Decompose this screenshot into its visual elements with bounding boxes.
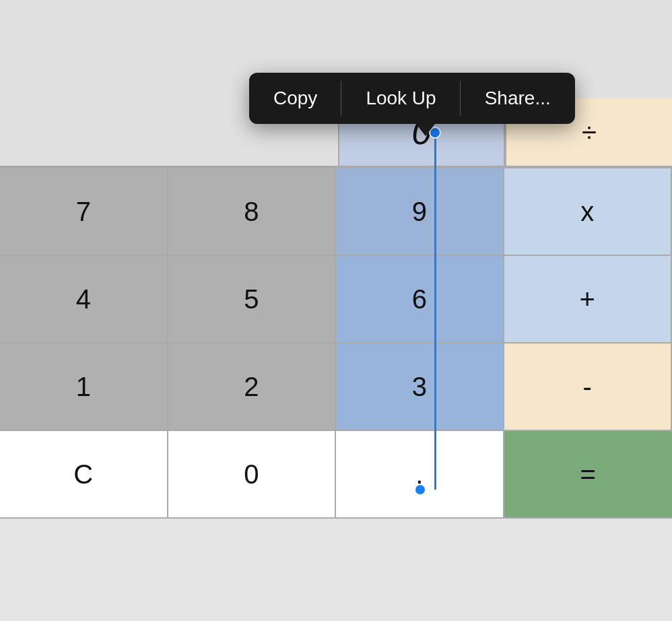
context-menu-arrow [416, 124, 435, 136]
key-3[interactable]: 3 [336, 344, 504, 431]
key-4[interactable]: 4 [0, 256, 168, 344]
key-8[interactable]: 8 [168, 168, 337, 256]
key-0[interactable]: 0 [168, 431, 337, 519]
look-up-menu-item[interactable]: Look Up [341, 73, 460, 124]
key-decimal[interactable]: . [336, 431, 504, 519]
key-5[interactable]: 5 [168, 256, 337, 344]
key-1[interactable]: 1 [0, 344, 168, 431]
copy-menu-item[interactable]: Copy [249, 73, 341, 124]
selection-line [434, 133, 436, 490]
context-menu: Copy Look Up Share... [249, 73, 575, 124]
key-6[interactable]: 6 [336, 256, 504, 344]
key-clear[interactable]: C [0, 431, 168, 519]
calculator-grid: 7 8 9 x 4 5 6 + 1 2 3 - C 0 . = [0, 167, 672, 519]
key-9[interactable]: 9 [336, 168, 504, 256]
key-equals[interactable]: = [504, 431, 673, 519]
key-subtract[interactable]: - [504, 344, 673, 431]
key-add[interactable]: + [504, 256, 673, 344]
key-2[interactable]: 2 [168, 344, 337, 431]
selection-handle-bottom[interactable] [414, 484, 426, 496]
key-multiply[interactable]: x [504, 168, 673, 256]
key-7[interactable]: 7 [0, 168, 168, 256]
share-menu-item[interactable]: Share... [461, 73, 575, 124]
